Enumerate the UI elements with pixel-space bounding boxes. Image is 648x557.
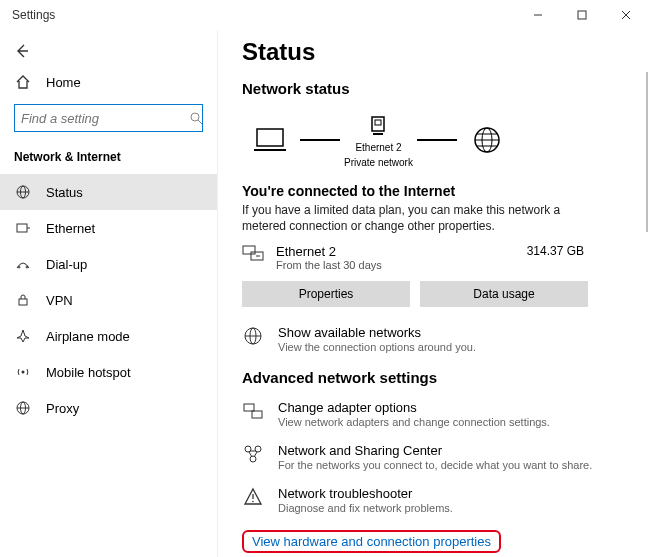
troubleshooter-item[interactable]: Network troubleshooter Diagnose and fix … [242, 486, 624, 515]
svg-rect-18 [257, 129, 283, 146]
network-status-heading: Network status [242, 80, 624, 97]
sidebar-item-home[interactable]: Home [0, 66, 217, 98]
search-input[interactable] [14, 104, 203, 132]
network-topology: Ethernet 2 Private network [242, 111, 624, 169]
connected-sub: If you have a limited data plan, you can… [242, 202, 592, 234]
sidebar-item-proxy[interactable]: Proxy [0, 390, 217, 426]
sidebar-item-label: Dial-up [46, 257, 87, 272]
network-adapter-icon [242, 244, 264, 264]
sidebar-item-status[interactable]: Status [0, 174, 217, 210]
svg-rect-28 [243, 246, 255, 254]
topology-device-sub: Private network [344, 157, 413, 169]
warning-icon [242, 486, 264, 515]
svg-point-40 [252, 501, 254, 503]
advanced-heading: Advanced network settings [242, 369, 624, 386]
svg-line-5 [198, 120, 202, 124]
adapter-icon [242, 400, 264, 429]
adv-title: Network troubleshooter [278, 486, 453, 501]
home-icon [14, 74, 32, 90]
proxy-icon [14, 400, 32, 416]
sidebar-item-label: Proxy [46, 401, 79, 416]
network-item: Ethernet 2 From the last 30 days 314.37 … [242, 244, 624, 271]
back-button[interactable] [0, 36, 40, 66]
home-label: Home [46, 75, 81, 90]
sidebar-item-label: Ethernet [46, 221, 95, 236]
globe-icon [14, 184, 32, 200]
svg-rect-9 [17, 224, 27, 232]
svg-point-4 [191, 113, 199, 121]
main-content: Status Network status Ethernet 2 Private… [218, 30, 648, 557]
adv-desc: For the networks you connect to, decide … [278, 458, 592, 472]
vpn-icon [14, 292, 32, 308]
svg-rect-20 [372, 117, 384, 131]
minimize-button[interactable] [516, 0, 560, 30]
sharing-icon [242, 443, 264, 472]
sidebar-item-airplane[interactable]: Airplane mode [0, 318, 217, 354]
globe-large-icon [461, 125, 513, 155]
close-button[interactable] [604, 0, 648, 30]
svg-point-14 [22, 371, 25, 374]
search-icon [190, 112, 203, 125]
sidebar-item-dialup[interactable]: Dial-up [0, 246, 217, 282]
sidebar: Home Network & Internet Status Ethernet … [0, 30, 218, 557]
topology-device-label: Ethernet 2 [355, 142, 401, 154]
back-arrow-icon [14, 43, 30, 59]
computer-icon [244, 126, 296, 154]
sidebar-item-label: Status [46, 185, 83, 200]
network-data-usage: 314.37 GB [527, 244, 624, 258]
hotspot-icon [14, 364, 32, 380]
hardware-properties-link[interactable]: View hardware and connection properties [252, 534, 491, 549]
properties-button[interactable]: Properties [242, 281, 410, 307]
page-title: Status [242, 38, 624, 66]
dialup-icon [14, 256, 32, 272]
sharing-center-item[interactable]: Network and Sharing Center For the netwo… [242, 443, 624, 472]
titlebar: Settings [0, 0, 648, 30]
data-usage-button[interactable]: Data usage [420, 281, 588, 307]
ethernet-icon [14, 220, 32, 236]
svg-rect-21 [375, 120, 381, 125]
svg-point-38 [250, 456, 256, 462]
sidebar-item-hotspot[interactable]: Mobile hotspot [0, 354, 217, 390]
sidebar-item-label: VPN [46, 293, 73, 308]
network-sub: From the last 30 days [276, 259, 515, 271]
sidebar-item-label: Airplane mode [46, 329, 130, 344]
hardware-link-highlight: View hardware and connection properties [242, 530, 501, 553]
maximize-button[interactable] [560, 0, 604, 30]
svg-point-11 [18, 266, 20, 268]
sidebar-item-label: Mobile hotspot [46, 365, 131, 380]
show-networks-item[interactable]: Show available networks View the connect… [242, 325, 624, 354]
search-field[interactable] [21, 111, 190, 126]
svg-rect-35 [252, 411, 262, 418]
airplane-icon [14, 328, 32, 344]
sidebar-section-title: Network & Internet [0, 142, 217, 174]
svg-point-12 [26, 266, 28, 268]
router-icon: Ethernet 2 Private network [344, 111, 413, 169]
show-networks-desc: View the connection options around you. [278, 340, 476, 354]
window-title: Settings [12, 8, 55, 22]
sidebar-item-vpn[interactable]: VPN [0, 282, 217, 318]
adv-desc: Diagnose and fix network problems. [278, 501, 453, 515]
svg-rect-1 [578, 11, 586, 19]
globe-small-icon [242, 325, 264, 354]
connected-heading: You're connected to the Internet [242, 183, 624, 199]
adv-title: Network and Sharing Center [278, 443, 592, 458]
show-networks-title: Show available networks [278, 325, 476, 340]
adv-title: Change adapter options [278, 400, 550, 415]
change-adapter-item[interactable]: Change adapter options View network adap… [242, 400, 624, 429]
svg-rect-34 [244, 404, 254, 411]
adv-desc: View network adapters and change connect… [278, 415, 550, 429]
network-name: Ethernet 2 [276, 244, 515, 259]
sidebar-item-ethernet[interactable]: Ethernet [0, 210, 217, 246]
svg-rect-13 [19, 299, 27, 305]
